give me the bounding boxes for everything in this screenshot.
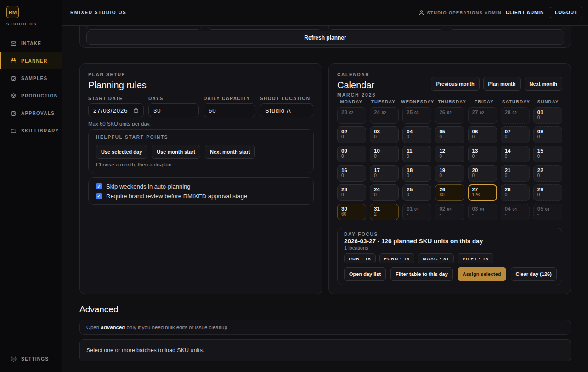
plan-fields: START DATE 27/03/2026DAYS 30DAILY CAPACI… — [88, 96, 314, 117]
calendar-day-cell[interactable]: 080 — [533, 126, 562, 143]
sidebar-item-sku-library[interactable]: SKU LIBRARY — [0, 122, 62, 139]
weekday-label: MONDAY — [337, 99, 366, 104]
refresh-panel: Refresh planner — [79, 26, 571, 48]
sidebar-item-intake[interactable]: INTAKE — [0, 34, 62, 52]
helpful-buttons: Use selected dayUse month startNext mont… — [96, 145, 306, 159]
calendar-day-cell[interactable]: 120 — [435, 146, 464, 162]
sidebar-item-samples[interactable]: SAMPLES — [0, 69, 62, 87]
calendar-day-cell[interactable]: 130 — [468, 146, 497, 162]
calendar-day-cell[interactable]: 0104- — [402, 204, 431, 220]
filter-input[interactable] — [86, 26, 201, 30]
clear-day-126-button[interactable]: Clear day (126) — [511, 267, 557, 281]
calendar-day-cell[interactable]: 150 — [533, 146, 562, 162]
calendar-day-cell[interactable]: 140 — [501, 146, 530, 162]
calendar-day-cell[interactable]: 090 — [337, 146, 366, 162]
calendar-day-cell[interactable]: 220 — [533, 165, 562, 182]
next-month-button[interactable]: Next month — [525, 77, 563, 91]
assign-selected-button[interactable]: Assign selected — [458, 267, 506, 281]
calendar-day-cell[interactable]: 060 — [468, 126, 497, 143]
calendar-day-cell[interactable]: 010 — [533, 107, 562, 124]
calendar-day-cell[interactable]: 110 — [402, 146, 431, 162]
calendar-day-cell[interactable]: 240 — [370, 184, 399, 201]
day-focus-kicker: DAY FOCUS — [344, 232, 555, 237]
filter-input[interactable] — [208, 26, 322, 30]
sidebar-item-settings[interactable]: SETTINGS — [0, 350, 62, 367]
logout-button[interactable]: LOGOUT — [550, 7, 582, 18]
calendar-day-cell[interactable]: 0404- — [501, 204, 530, 220]
calendar-day-cell[interactable]: 312 — [370, 204, 399, 220]
calendar-day-cell[interactable]: 170 — [370, 165, 399, 182]
checkbox[interactable]: ✓ — [96, 193, 102, 199]
calendar-day-cell[interactable]: 2302- — [337, 107, 366, 124]
calendar-kicker: CALENDAR — [337, 72, 376, 77]
calendar-day-cell[interactable]: 180 — [402, 165, 431, 182]
open-day-list-button[interactable]: Open day list — [344, 267, 386, 281]
calendar-day-cell[interactable]: 0204- — [435, 204, 464, 220]
calendar-day-cell[interactable]: 030 — [370, 126, 399, 143]
option-label: Skip weekends in auto-planning — [106, 183, 191, 190]
advanced-note: Open advanced only if you need bulk edit… — [79, 320, 571, 335]
calendar-day-cell[interactable]: 160 — [337, 165, 366, 182]
calendar-day-cell[interactable]: 2802- — [501, 107, 530, 124]
calendar-icon — [133, 108, 139, 113]
plan-setup-kicker: PLAN SETUP — [88, 72, 314, 77]
day-focus-headline: 2026-03-27 · 126 planned SKU units on th… — [344, 238, 555, 245]
calendar-day-cell[interactable]: 280 — [501, 184, 530, 201]
refresh-planner-button[interactable]: Refresh planner — [86, 31, 564, 45]
weekday-header: MONDAYTUESDAYWEDNESDAYTHURSDAYFRIDAYSATU… — [337, 99, 562, 104]
daily-capacity-input[interactable]: 60 — [204, 103, 255, 117]
shoot-location-input[interactable]: Studio A — [260, 103, 313, 117]
previous-month-button[interactable]: Previous month — [431, 77, 479, 91]
calendar-day-cell[interactable]: 250 — [402, 184, 431, 201]
weekday-label: WEDNESDAY — [401, 99, 434, 104]
app-title: RMIXED STUDIO OS — [70, 10, 126, 15]
plan-month-button[interactable]: Plan month — [483, 77, 521, 91]
calendar-title: Calendar — [337, 80, 376, 91]
calendar-day-cell[interactable]: 290 — [533, 184, 562, 201]
checkbox[interactable]: ✓ — [96, 183, 102, 189]
sidebar-item-production[interactable]: PRODUCTION — [0, 87, 62, 104]
sidebar: RM STUDIO OS INTAKEPLANNERSAMPLESPRODUCT… — [0, 0, 62, 372]
calendar-day-cell[interactable]: 2660 — [435, 184, 464, 201]
filter-input[interactable] — [450, 26, 565, 30]
calendar-day-cell[interactable]: 2602- — [435, 107, 464, 124]
clipboard-icon — [11, 75, 17, 81]
sidebar-footer: SETTINGS — [0, 345, 62, 372]
calendar-day-cell[interactable]: 100 — [370, 146, 399, 162]
sidebar-item-planner[interactable]: PLANNER — [0, 52, 62, 69]
days-input[interactable]: 30 — [148, 103, 199, 117]
calendar-day-cell[interactable]: 040 — [402, 126, 431, 143]
calendar-day-cell[interactable]: 050 — [435, 126, 464, 143]
calendar-day-cell[interactable]: 2502- — [402, 107, 431, 124]
weekday-label: THURSDAY — [438, 99, 466, 104]
calendar-day-cell[interactable]: 200 — [468, 165, 497, 182]
filter-table-to-this-day-button[interactable]: Filter table to this day — [390, 267, 453, 281]
calendar-day-cell[interactable]: 070 — [501, 126, 530, 143]
calendar-day-cell[interactable]: 210 — [501, 165, 530, 182]
use-month-start-button[interactable]: Use month start — [152, 145, 200, 159]
calendar-day-cell[interactable]: 27126 — [468, 184, 497, 201]
day-focus-chips: DUB · 15ECRU · 15MAAG · 81VILET · 15 — [344, 253, 555, 263]
calendar-day-cell[interactable]: 020 — [337, 126, 366, 143]
main-content: Refresh planner PLAN SETUP Planning rule… — [62, 26, 588, 372]
sidebar-item-label: SETTINGS — [21, 356, 49, 361]
calendar-day-cell[interactable]: 230 — [337, 184, 366, 201]
location-chip: DUB · 15 — [344, 253, 376, 263]
calendar-day-cell[interactable]: 0304- — [468, 204, 497, 220]
brand-logo: RM — [6, 6, 19, 18]
next-month-start-button[interactable]: Next month start — [205, 145, 255, 159]
calendar-day-cell[interactable]: 0504- — [533, 204, 562, 220]
gear-icon — [11, 356, 17, 362]
calendar-day-cell[interactable]: 2402- — [370, 107, 399, 124]
calendar-day-cell[interactable]: 190 — [435, 165, 464, 182]
day-focus-locations: 1 locations — [344, 245, 555, 251]
field-label: DAYS — [148, 96, 199, 101]
use-selected-day-button[interactable]: Use selected day — [96, 145, 147, 159]
calendar-day-cell[interactable]: 3060 — [337, 204, 366, 220]
sidebar-item-approvals[interactable]: APPROVALS — [0, 104, 62, 122]
filter-input[interactable] — [328, 26, 443, 30]
calendar-day-cell[interactable]: 2702- — [468, 107, 497, 124]
helpful-start-points: HELPFUL START POINTS Use selected dayUse… — [88, 129, 314, 173]
start-date-input[interactable]: 27/03/2026 — [88, 103, 144, 117]
sidebar-nav: INTAKEPLANNERSAMPLESPRODUCTIONAPPROVALSS… — [0, 30, 62, 345]
